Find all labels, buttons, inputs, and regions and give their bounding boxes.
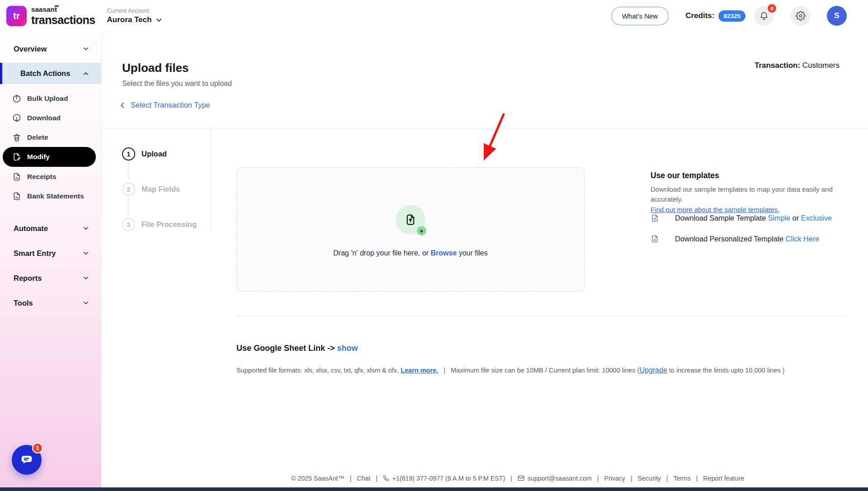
notifications-button[interactable]: 0 (754, 6, 774, 26)
transaction-label: Transaction: (755, 61, 800, 70)
step-number: 1 (122, 147, 135, 161)
row-text: Download Sample Template (675, 214, 766, 222)
back-to-transaction-type-link[interactable]: Select Transaction Type (119, 101, 210, 109)
click-here-link[interactable]: Click Here (785, 235, 819, 243)
sidebar-item-label: Modify (27, 153, 50, 161)
templates-description: Download our sample templates to map you… (651, 184, 840, 204)
section-divider (102, 128, 868, 128)
bank-statement-icon (12, 192, 21, 201)
whats-new-button[interactable]: What's New (611, 7, 669, 25)
sidebar-item-bank-statements[interactable]: Bank Statements (0, 186, 102, 206)
current-account-label: Current Account (107, 7, 162, 14)
sidebar-item-label: Smart Entry (14, 249, 56, 258)
sidebar-item-download[interactable]: Download (0, 108, 102, 127)
envelope-icon (518, 476, 526, 483)
exclusive-template-link[interactable]: Exclusive (801, 214, 832, 222)
step-file-processing: 3 File Processing (122, 218, 211, 231)
limit-text: Maximum file size can be 10MB / Current … (451, 367, 639, 374)
sidebar-item-receipts[interactable]: Receipts (0, 167, 102, 186)
sample-template-row: Download Sample Template Simple or Exclu… (651, 214, 849, 222)
sidebar-item-batch-actions[interactable]: Batch Actions (0, 63, 102, 84)
sidebar-item-automate[interactable]: Automate (0, 218, 102, 238)
separator: | (696, 475, 698, 482)
google-sheet-show-link[interactable]: show (337, 344, 358, 353)
top-header: tr saasant transactions Current Account … (0, 0, 868, 32)
templates-title: Use our templates (651, 171, 849, 180)
sidebar-item-label: Download (27, 114, 61, 122)
step-connector (128, 198, 129, 216)
footer-security-link[interactable]: Security (638, 475, 661, 482)
formats-text: Supported file formats: xls, xlsx, csv, … (236, 367, 399, 374)
sidebar-item-label: Overview (14, 45, 47, 53)
sidebar-item-label: Bank Statements (27, 192, 84, 200)
app-logo: tr (6, 6, 27, 26)
settings-button[interactable] (791, 6, 811, 26)
sidebar-item-label: Tools (14, 299, 33, 307)
step-upload: 1 Upload (122, 147, 211, 161)
sidebar-item-overview[interactable]: Overview (0, 39, 102, 59)
templates-panel: Use our templates Download our sample te… (651, 171, 849, 243)
brand-top-text: saasant (31, 6, 57, 13)
sidebar-item-bulk-upload[interactable]: Bulk Upload (0, 89, 102, 108)
chat-widget-button[interactable]: 1 (12, 445, 42, 475)
chevron-left-icon (119, 102, 126, 109)
page-title: Upload files (122, 61, 189, 75)
sidebar-item-label: Reports (14, 274, 42, 283)
credits-label: Credits: (685, 11, 714, 20)
footer-phone-link[interactable]: +1(619) 377-0977 (9 A.M to 5 P.M EST) (392, 475, 505, 482)
chat-bubble-icon (20, 453, 33, 467)
dropzone-text-before: Drag 'n' drop your file here, or (333, 249, 429, 257)
brand-bottom-text: transactions (31, 14, 95, 26)
sidebar: Overview Batch Actions Bulk Upload D (0, 32, 111, 487)
delete-icon (12, 133, 21, 142)
browse-files-link[interactable]: Browse (430, 249, 457, 257)
user-avatar[interactable]: S (827, 6, 847, 26)
chat-unread-badge: 1 (32, 443, 43, 453)
chevron-down-icon (83, 46, 89, 52)
footer-privacy-link[interactable]: Privacy (604, 475, 625, 482)
upgrade-link[interactable]: Upgrade (639, 366, 667, 374)
credits-display: Credits: 82325 (685, 10, 745, 22)
document-icon (651, 235, 659, 243)
page-subtitle: Select the files you want to upload (122, 80, 232, 88)
sidebar-item-smart-entry[interactable]: Smart Entry (0, 243, 102, 263)
templates-more-link[interactable]: Find out more about the sample templates… (651, 206, 779, 213)
simple-template-link[interactable]: Simple (768, 214, 790, 222)
step-label: Upload (142, 150, 167, 158)
upload-stepper: 1 Upload 2 Map Fields 3 File Processing (102, 128, 211, 231)
sidebar-item-modify[interactable]: Modify (3, 147, 96, 167)
google-sheet-label: Use Google Sheet Link -> (236, 344, 335, 353)
row-text: Download Personalized Template (675, 235, 783, 243)
sidebar-bottom-groups: Automate Smart Entry Reports Tools (0, 218, 111, 313)
chevron-down-icon (83, 300, 89, 306)
footer-chat-link[interactable]: Chat (357, 475, 370, 482)
current-account-switcher[interactable]: Current Account Aurora Tech (107, 7, 162, 24)
footer-terms-link[interactable]: Terms (673, 475, 691, 482)
sidebar-item-delete[interactable]: Delete (0, 127, 102, 147)
step-number: 2 (122, 183, 135, 196)
chevron-down-icon (83, 225, 89, 231)
sidebar-item-label: Receipts (27, 173, 57, 181)
learn-more-link[interactable]: Learn more. (401, 367, 438, 374)
footer-report-feature-link[interactable]: Report feature (703, 475, 744, 482)
gear-icon (796, 11, 806, 21)
upload-file-icon: + (396, 205, 425, 235)
sidebar-item-label: Batch Actions (20, 69, 70, 78)
copyright-text: © 2025 SaasAnt™ (291, 475, 344, 482)
separator: | (510, 475, 512, 482)
sidebar-item-label: Delete (27, 133, 48, 142)
separator: | (597, 475, 599, 482)
chevron-down-icon (156, 17, 162, 24)
step-map-fields: 2 Map Fields (122, 183, 211, 196)
sidebar-item-reports[interactable]: Reports (0, 268, 102, 288)
chevron-up-icon (83, 71, 89, 77)
bottom-window-edge (0, 487, 868, 491)
footer-email-link[interactable]: support@saasant.com (528, 475, 592, 482)
receipt-icon (12, 172, 21, 181)
file-dropzone[interactable]: + Drag 'n' drop your file here, or Brows… (236, 167, 585, 292)
dropzone-text: Drag 'n' drop your file here, or Browse … (333, 249, 487, 257)
page-footer: © 2025 SaasAnt™ | Chat | +1(619) 377-097… (167, 475, 868, 483)
sidebar-item-tools[interactable]: Tools (0, 293, 102, 313)
dropzone-text-after: your files (459, 249, 488, 257)
bell-icon (759, 11, 769, 21)
